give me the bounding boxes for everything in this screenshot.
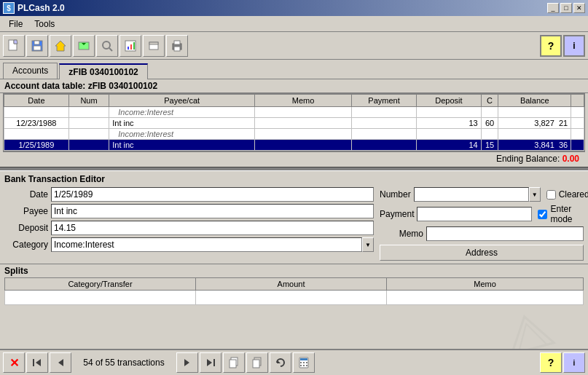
- titlebar-left: $ PLCash 2.0: [3, 2, 65, 14]
- svg-rect-17: [174, 41, 180, 44]
- cell-cleared: 15: [481, 140, 498, 151]
- statusbar-install-button[interactable]: i: [563, 352, 585, 373]
- cell-memo: [255, 107, 352, 118]
- cell-date: [4, 107, 69, 118]
- table-row[interactable]: Income:Interest: [4, 129, 584, 140]
- first-button[interactable]: [26, 352, 48, 373]
- account-table-title: Account data table: zFIB 0340100102: [0, 79, 588, 93]
- maximize-button[interactable]: □: [560, 3, 572, 13]
- next-button[interactable]: [176, 352, 198, 373]
- svg-rect-35: [300, 362, 302, 363]
- svg-rect-26: [213, 359, 215, 366]
- cell-cleared: [481, 129, 498, 140]
- splits-cell-amount[interactable]: [196, 291, 387, 305]
- help-button[interactable]: ?: [540, 35, 562, 57]
- svg-rect-31: [253, 360, 259, 368]
- home-button[interactable]: [50, 35, 71, 57]
- statusbar-help-button[interactable]: ?: [540, 352, 562, 373]
- editor-form: Date Payee Deposit Category ▼: [4, 187, 584, 261]
- cleared-row: Cleared: [546, 189, 588, 200]
- cell-payment: [352, 140, 417, 151]
- statusbar: ✕ 54 of 55 transactions: [0, 349, 588, 375]
- ledger-container[interactable]: Date Num Payee/cat Memo Payment Deposit …: [3, 93, 585, 151]
- prev-icon: [55, 358, 66, 368]
- main-content: Account data table: zFIB 0340100102 Date…: [0, 79, 588, 368]
- new-doc-icon: [7, 39, 20, 52]
- number-input[interactable]: [414, 187, 529, 202]
- splits-col-amount: Amount: [196, 278, 387, 291]
- cell-payment: [352, 107, 417, 118]
- import-button[interactable]: [73, 35, 95, 57]
- deposit-input[interactable]: [51, 221, 374, 235]
- cell-payee: Income:Interest: [109, 129, 255, 140]
- menu-tools[interactable]: Tools: [28, 17, 60, 31]
- cell-deposit: 14: [416, 140, 481, 151]
- payee-input[interactable]: [51, 204, 374, 218]
- table-row[interactable]: 12/23/1988 Int inc 13 60 3,827 21: [4, 118, 584, 129]
- splits-title: Splits: [4, 266, 584, 276]
- paste-transaction-button[interactable]: [246, 352, 268, 373]
- paste-icon: [251, 357, 263, 368]
- date-input[interactable]: [51, 187, 374, 202]
- cell-num: [68, 118, 109, 129]
- category-dropdown-button[interactable]: ▼: [362, 237, 374, 252]
- table-row[interactable]: Income:Interest: [4, 107, 584, 118]
- splits-cell-category[interactable]: [5, 291, 196, 305]
- prev-button[interactable]: [50, 352, 71, 373]
- cell-deposit: 13: [416, 118, 481, 129]
- toolbar-right: ? i: [540, 35, 585, 57]
- memo-input[interactable]: [426, 226, 584, 241]
- transaction-editor: Bank Transaction Editor Date Payee Depos…: [0, 171, 588, 264]
- transaction-count: 54 of 55 transactions: [73, 358, 175, 368]
- table-row[interactable]: 1/25/1989 Int inc 14 15 3,841 36: [4, 140, 584, 151]
- search-button[interactable]: [96, 35, 118, 57]
- app-icon-label: $: [7, 4, 11, 12]
- new-doc-button[interactable]: [3, 35, 25, 57]
- splits-cell-memo[interactable]: [387, 291, 584, 305]
- menu-file[interactable]: File: [3, 17, 28, 31]
- number-dropdown-button[interactable]: ▼: [529, 187, 541, 202]
- category-input[interactable]: [51, 237, 362, 252]
- cleared-label: Cleared: [559, 189, 588, 200]
- tab-zfib[interactable]: zFIB 0340100102: [59, 63, 147, 79]
- cell-memo: [255, 140, 352, 151]
- tabs: Accounts zFIB 0340100102: [0, 60, 588, 79]
- payment-input[interactable]: [417, 207, 532, 221]
- address-button[interactable]: Address: [380, 245, 584, 261]
- undo-button[interactable]: [270, 352, 291, 373]
- calculator-button[interactable]: [293, 352, 315, 373]
- svg-point-8: [103, 42, 110, 49]
- cell-balance: [498, 107, 571, 118]
- svg-rect-4: [34, 46, 41, 50]
- delete-button[interactable]: ✕: [3, 352, 25, 373]
- cell-balance: 3,841 36: [498, 140, 571, 151]
- last-button[interactable]: [200, 352, 222, 373]
- cell-scroll: [571, 118, 584, 129]
- report-button[interactable]: [119, 35, 141, 57]
- deposit-row: Deposit: [4, 221, 374, 235]
- col-header-deposit: Deposit: [416, 95, 481, 107]
- copy-transaction-button[interactable]: [223, 352, 245, 373]
- first-icon: [32, 358, 42, 368]
- category-row: Category ▼: [4, 237, 374, 252]
- calculator-icon: [298, 357, 310, 368]
- save-button[interactable]: [26, 35, 48, 57]
- col-header-memo: Memo: [255, 95, 352, 107]
- number-row: Number ▼ Cleared: [380, 187, 584, 202]
- cleared-checkbox[interactable]: [546, 190, 556, 200]
- cell-cleared: [481, 107, 498, 118]
- print-preview-button[interactable]: [143, 35, 165, 57]
- app-title: PLCash 2.0: [17, 3, 65, 13]
- enter-mode-checkbox[interactable]: [538, 210, 547, 219]
- print-button[interactable]: [166, 35, 188, 57]
- close-button[interactable]: ✕: [573, 3, 585, 13]
- category-input-wrapper: ▼: [51, 237, 374, 252]
- minimize-button[interactable]: _: [547, 3, 559, 13]
- info-button[interactable]: i: [563, 35, 585, 57]
- status-right: ? i: [540, 352, 585, 373]
- svg-marker-23: [36, 359, 41, 366]
- cell-balance: 3,827 21: [498, 118, 571, 129]
- splits-row[interactable]: [5, 291, 584, 305]
- tab-accounts[interactable]: Accounts: [3, 63, 58, 79]
- svg-rect-34: [300, 358, 307, 360]
